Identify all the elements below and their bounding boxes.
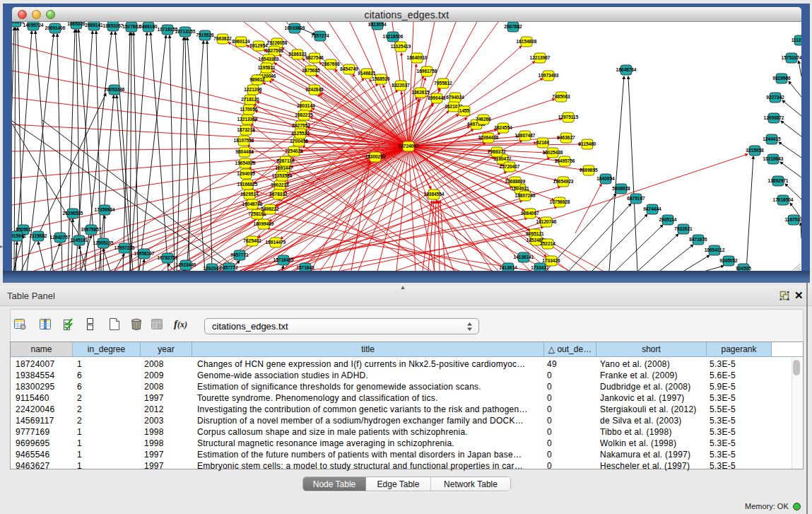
svg-text:9242848: 9242848: [305, 87, 324, 92]
svg-text:14136141: 14136141: [514, 255, 534, 259]
svg-text:20206535: 20206535: [63, 211, 83, 216]
svg-text:1244415: 1244415: [763, 136, 781, 141]
svg-text:7515526: 7515526: [196, 33, 214, 37]
svg-text:16495756: 16495756: [555, 158, 575, 163]
svg-text:1413614: 1413614: [499, 265, 517, 270]
svg-text:18807249: 18807249: [515, 193, 536, 198]
svg-text:12213369: 12213369: [237, 117, 258, 122]
svg-text:12942757: 12942757: [50, 235, 71, 240]
svg-text:1733427: 1733427: [531, 265, 549, 270]
svg-text:7625402: 7625402: [243, 238, 261, 243]
svg-text:10210643: 10210643: [763, 156, 784, 161]
svg-text:1082215: 1082215: [295, 112, 313, 117]
svg-text:16046748: 16046748: [242, 201, 263, 206]
svg-text:1167533: 1167533: [785, 217, 801, 222]
svg-text:20364436: 20364436: [478, 135, 499, 140]
svg-text:18300295: 18300295: [365, 154, 386, 159]
svg-text:1170056: 1170056: [240, 107, 258, 112]
svg-text:16961758: 16961758: [417, 69, 437, 74]
svg-text:9463627: 9463627: [557, 135, 575, 140]
svg-text:9115460: 9115460: [579, 141, 596, 146]
svg-text:1065326: 1065326: [67, 22, 86, 26]
svg-text:19166825: 19166825: [237, 182, 258, 187]
svg-text:10756928: 10756928: [550, 199, 570, 204]
svg-text:924505: 924505: [736, 266, 751, 271]
svg-text:1700456: 1700456: [290, 139, 308, 144]
svg-text:20053346: 20053346: [105, 87, 125, 92]
svg-text:11325419: 11325419: [391, 44, 411, 49]
svg-text:3624554: 3624554: [494, 125, 512, 130]
svg-text:9329966: 9329966: [772, 76, 791, 81]
svg-text:15720407: 15720407: [500, 164, 520, 169]
svg-text:6794024: 6794024: [446, 95, 464, 100]
svg-text:7357274: 7357274: [311, 33, 329, 38]
svg-text:15751074: 15751074: [782, 55, 801, 60]
svg-text:3875685: 3875685: [302, 68, 320, 73]
svg-text:17016504: 17016504: [773, 197, 794, 202]
svg-text:2115682: 2115682: [30, 233, 47, 238]
svg-text:4125520: 4125520: [291, 131, 310, 136]
svg-text:12923446: 12923446: [176, 262, 196, 267]
svg-text:19654923: 19654923: [553, 179, 574, 184]
svg-text:6879197: 6879197: [627, 196, 645, 201]
svg-text:10958107: 10958107: [134, 251, 155, 256]
svg-text:1292344: 1292344: [203, 266, 221, 271]
svg-text:9902218: 9902218: [271, 182, 289, 187]
svg-text:1527602: 1527602: [122, 24, 141, 29]
svg-text:17359934: 17359934: [95, 207, 115, 212]
svg-text:8427552: 8427552: [292, 123, 310, 128]
svg-text:7932621: 7932621: [674, 226, 693, 231]
svg-text:9227342: 9227342: [766, 95, 784, 100]
svg-text:10973493: 10973493: [539, 73, 559, 78]
svg-text:8322037: 8322037: [392, 83, 410, 88]
svg-text:2069141: 2069141: [85, 23, 103, 28]
svg-text:16154808: 16154808: [517, 39, 537, 44]
svg-text:8912954: 8912954: [249, 43, 268, 48]
svg-text:16099489: 16099489: [254, 221, 274, 226]
svg-text:16713155: 16713155: [175, 29, 196, 34]
svg-text:16914479: 16914479: [266, 240, 286, 245]
svg-text:7485063: 7485063: [552, 94, 570, 99]
svg-text:1571648: 1571648: [296, 265, 314, 270]
svg-text:8960124: 8960124: [232, 39, 250, 44]
svg-text:12505135: 12505135: [93, 240, 114, 245]
svg-text:19218506: 19218506: [383, 34, 404, 39]
svg-text:7258101: 7258101: [248, 211, 266, 216]
svg-text:2718120: 2718120: [241, 97, 259, 102]
svg-text:7254021: 7254021: [285, 148, 303, 153]
svg-text:1195811: 1195811: [258, 65, 276, 70]
svg-text:12213967: 12213967: [530, 55, 551, 60]
svg-text:1733426: 1733426: [542, 258, 560, 263]
svg-text:9827546: 9827546: [305, 55, 324, 60]
svg-text:7955812: 7955812: [434, 81, 452, 86]
svg-text:18640910: 18640910: [407, 55, 428, 60]
svg-text:23226058: 23226058: [267, 40, 288, 45]
svg-text:19384554: 19384554: [424, 192, 445, 197]
svg-text:1112873: 1112873: [792, 37, 801, 42]
svg-text:8678332: 8678332: [269, 192, 288, 197]
svg-text:10025438: 10025438: [543, 150, 563, 155]
svg-text:9146821: 9146821: [358, 71, 376, 76]
svg-text:2087682: 2087682: [504, 24, 522, 29]
svg-text:16543362: 16543362: [259, 57, 279, 62]
svg-text:9245052: 9245052: [719, 258, 738, 263]
svg-text:8471676: 8471676: [689, 237, 707, 242]
svg-text:19654925: 19654925: [235, 160, 256, 165]
svg-text:16782759: 16782759: [158, 255, 178, 260]
svg-text:1455: 1455: [459, 108, 470, 113]
svg-text:746266: 746266: [476, 117, 491, 122]
svg-text:2935114: 2935114: [659, 217, 677, 222]
svg-text:1640954: 1640954: [596, 176, 615, 181]
svg-text:9457771: 9457771: [230, 252, 249, 257]
svg-text:20691406: 20691406: [45, 25, 66, 30]
svg-text:8267110: 8267110: [277, 158, 295, 163]
svg-text:18724007: 18724007: [399, 144, 419, 148]
svg-text:2603144: 2603144: [297, 103, 315, 108]
svg-text:7663822: 7663822: [213, 36, 232, 41]
svg-text:8186323: 8186323: [288, 52, 307, 57]
svg-text:5938928: 5938928: [612, 186, 630, 191]
svg-text:15716485: 15716485: [273, 257, 294, 262]
svg-text:14055724: 14055724: [23, 23, 44, 28]
svg-text:8813054: 8813054: [368, 22, 387, 27]
svg-text:252214: 252214: [540, 241, 555, 246]
